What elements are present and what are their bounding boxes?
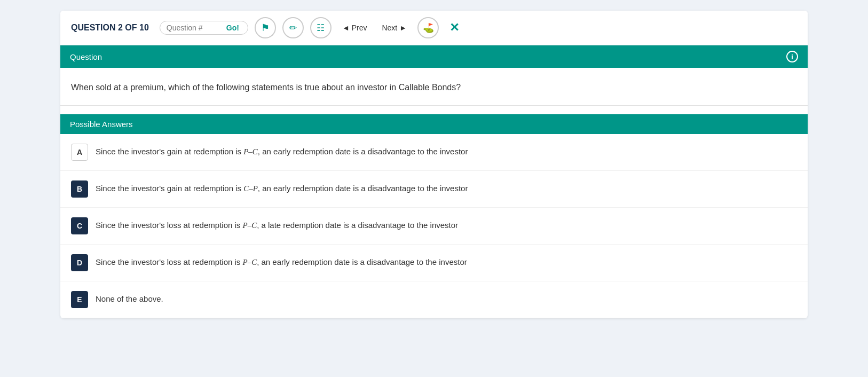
- question-text: When sold at a premium, which of the fol…: [71, 83, 461, 92]
- question-section-label: Question: [70, 52, 102, 61]
- go-button[interactable]: Go!: [224, 23, 241, 32]
- answer-option-b[interactable]: B Since the investor's gain at redemptio…: [60, 171, 808, 208]
- finish-flag-icon: ⛳: [423, 22, 434, 34]
- answer-text-d: Since the investor's loss at redemption …: [96, 256, 467, 269]
- answer-option-c[interactable]: C Since the investor's loss at redemptio…: [60, 208, 808, 245]
- edit-icon: ✏: [289, 22, 297, 34]
- comment-button[interactable]: ☷: [310, 17, 332, 38]
- prev-button[interactable]: ◄ Prev: [338, 21, 372, 34]
- question-body: When sold at a premium, which of the fol…: [60, 68, 808, 106]
- answers-section-header: Possible Answers: [60, 114, 808, 134]
- answer-text-e: None of the above.: [96, 293, 163, 305]
- answer-option-e[interactable]: E None of the above.: [60, 281, 808, 318]
- next-button[interactable]: Next ►: [377, 21, 411, 34]
- quiz-header: QUESTION 2 OF 10 Go! ⚑ ✏ ☷ ◄ Prev Next ►…: [60, 11, 808, 45]
- finish-flag-button[interactable]: ⛳: [417, 17, 439, 38]
- question-counter: QUESTION 2 OF 10: [71, 23, 149, 33]
- close-icon: ✕: [449, 21, 459, 34]
- answer-option-a[interactable]: A Since the investor's gain at redemptio…: [60, 134, 808, 171]
- answer-label-c[interactable]: C: [71, 217, 88, 234]
- quiz-container: QUESTION 2 OF 10 Go! ⚑ ✏ ☷ ◄ Prev Next ►…: [60, 11, 808, 318]
- comment-icon: ☷: [317, 22, 325, 34]
- question-jump-wrapper: Go!: [160, 21, 248, 35]
- close-button[interactable]: ✕: [445, 21, 463, 35]
- answer-label-a[interactable]: A: [71, 144, 88, 161]
- next-label: Next ►: [382, 23, 407, 32]
- answers-section: A Since the investor's gain at redemptio…: [60, 134, 808, 318]
- prev-label: ◄ Prev: [342, 23, 367, 32]
- answers-section-label: Possible Answers: [70, 120, 133, 129]
- answer-text-b: Since the investor's gain at redemption …: [96, 183, 468, 195]
- edit-button[interactable]: ✏: [282, 17, 304, 38]
- question-section-header: Question i: [60, 45, 808, 68]
- flag-button[interactable]: ⚑: [255, 17, 276, 38]
- answer-option-d[interactable]: D Since the investor's loss at redemptio…: [60, 245, 808, 281]
- flag-icon: ⚑: [261, 22, 270, 34]
- answer-label-e[interactable]: E: [71, 291, 88, 308]
- info-icon[interactable]: i: [786, 51, 798, 62]
- answer-label-d[interactable]: D: [71, 254, 88, 271]
- answer-text-a: Since the investor's gain at redemption …: [96, 146, 468, 158]
- answer-text-c: Since the investor's loss at redemption …: [96, 219, 458, 232]
- question-number-input[interactable]: [167, 23, 220, 32]
- answer-label-b[interactable]: B: [71, 180, 88, 198]
